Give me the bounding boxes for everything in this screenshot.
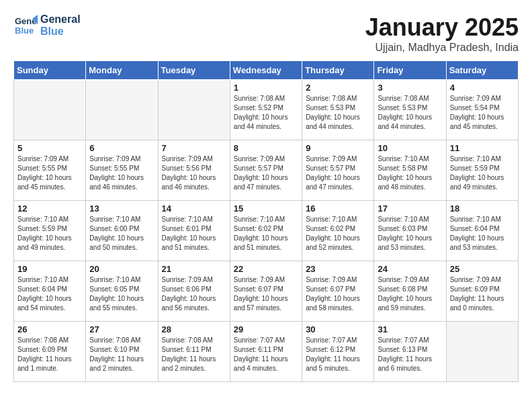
calendar-day-cell: 21 Sunrise: 7:09 AM Sunset: 6:06 PM Dayl…: [158, 261, 230, 322]
day-info: Sunrise: 7:09 AM Sunset: 5:55 PM Dayligh…: [89, 154, 154, 192]
logo-icon: General Blue: [13, 13, 38, 38]
day-number: 31: [378, 324, 442, 334]
day-number: 25: [450, 264, 515, 274]
calendar-day-cell: 6 Sunrise: 7:09 AM Sunset: 5:55 PM Dayli…: [86, 140, 158, 201]
day-number: 5: [17, 143, 82, 153]
calendar-week-row: 19 Sunrise: 7:10 AM Sunset: 6:04 PM Dayl…: [14, 261, 519, 322]
day-number: 23: [306, 264, 370, 274]
day-number: 28: [162, 324, 226, 334]
weekday-header: Wednesday: [230, 61, 302, 80]
day-number: 21: [162, 264, 226, 274]
calendar-week-row: 1 Sunrise: 7:08 AM Sunset: 5:52 PM Dayli…: [14, 80, 519, 140]
day-info: Sunrise: 7:09 AM Sunset: 5:57 PM Dayligh…: [306, 154, 370, 192]
weekday-header-row: SundayMondayTuesdayWednesdayThursdayFrid…: [14, 61, 519, 80]
calendar-day-cell: 11 Sunrise: 7:10 AM Sunset: 5:59 PM Dayl…: [446, 140, 518, 201]
logo-line2: Blue: [40, 26, 81, 38]
day-info: Sunrise: 7:09 AM Sunset: 6:09 PM Dayligh…: [450, 275, 515, 313]
day-info: Sunrise: 7:09 AM Sunset: 5:55 PM Dayligh…: [17, 154, 82, 192]
day-info: Sunrise: 7:10 AM Sunset: 5:59 PM Dayligh…: [450, 154, 515, 192]
day-info: Sunrise: 7:08 AM Sunset: 6:11 PM Dayligh…: [162, 336, 226, 373]
day-number: 3: [378, 83, 442, 93]
day-number: 9: [306, 143, 370, 153]
day-number: 4: [450, 83, 515, 93]
calendar-day-cell: [14, 80, 86, 140]
calendar-day-cell: 25 Sunrise: 7:09 AM Sunset: 6:09 PM Dayl…: [446, 261, 518, 322]
day-info: Sunrise: 7:10 AM Sunset: 6:04 PM Dayligh…: [17, 275, 82, 313]
day-number: 2: [306, 83, 370, 93]
day-info: Sunrise: 7:08 AM Sunset: 5:53 PM Dayligh…: [306, 94, 370, 132]
day-number: 22: [234, 264, 298, 274]
day-info: Sunrise: 7:07 AM Sunset: 6:12 PM Dayligh…: [306, 336, 370, 373]
calendar-day-cell: 17 Sunrise: 7:10 AM Sunset: 6:03 PM Dayl…: [374, 201, 446, 261]
day-number: 27: [89, 324, 154, 334]
day-info: Sunrise: 7:10 AM Sunset: 6:01 PM Dayligh…: [162, 215, 226, 253]
day-info: Sunrise: 7:07 AM Sunset: 6:11 PM Dayligh…: [234, 336, 298, 373]
day-info: Sunrise: 7:09 AM Sunset: 5:57 PM Dayligh…: [234, 154, 298, 192]
day-info: Sunrise: 7:10 AM Sunset: 6:05 PM Dayligh…: [89, 275, 154, 313]
day-info: Sunrise: 7:09 AM Sunset: 6:07 PM Dayligh…: [234, 275, 298, 313]
page-header: General Blue General Blue January 2025 U…: [13, 13, 519, 54]
calendar-day-cell: 1 Sunrise: 7:08 AM Sunset: 5:52 PM Dayli…: [230, 80, 302, 140]
logo: General Blue General Blue: [13, 13, 81, 38]
day-info: Sunrise: 7:10 AM Sunset: 5:58 PM Dayligh…: [378, 154, 442, 192]
calendar-day-cell: 27 Sunrise: 7:08 AM Sunset: 6:10 PM Dayl…: [86, 322, 158, 382]
month-title: January 2025: [365, 13, 519, 42]
calendar-day-cell: 22 Sunrise: 7:09 AM Sunset: 6:07 PM Dayl…: [230, 261, 302, 322]
day-number: 6: [89, 143, 154, 153]
calendar-day-cell: 13 Sunrise: 7:10 AM Sunset: 6:00 PM Dayl…: [86, 201, 158, 261]
day-info: Sunrise: 7:08 AM Sunset: 5:53 PM Dayligh…: [378, 94, 442, 132]
calendar-day-cell: 5 Sunrise: 7:09 AM Sunset: 5:55 PM Dayli…: [14, 140, 86, 201]
day-info: Sunrise: 7:08 AM Sunset: 6:09 PM Dayligh…: [17, 336, 82, 373]
calendar-day-cell: 10 Sunrise: 7:10 AM Sunset: 5:58 PM Dayl…: [374, 140, 446, 201]
calendar-day-cell: 31 Sunrise: 7:07 AM Sunset: 6:13 PM Dayl…: [374, 322, 446, 382]
day-number: 7: [162, 143, 226, 153]
calendar-day-cell: 18 Sunrise: 7:10 AM Sunset: 6:04 PM Dayl…: [446, 201, 518, 261]
calendar-day-cell: 23 Sunrise: 7:09 AM Sunset: 6:07 PM Dayl…: [302, 261, 374, 322]
day-number: 19: [17, 264, 82, 274]
day-number: 1: [234, 83, 298, 93]
calendar-day-cell: 24 Sunrise: 7:09 AM Sunset: 6:08 PM Dayl…: [374, 261, 446, 322]
calendar-week-row: 12 Sunrise: 7:10 AM Sunset: 5:59 PM Dayl…: [14, 201, 519, 261]
day-info: Sunrise: 7:10 AM Sunset: 6:02 PM Dayligh…: [234, 215, 298, 253]
day-number: 29: [234, 324, 298, 334]
calendar-day-cell: 28 Sunrise: 7:08 AM Sunset: 6:11 PM Dayl…: [158, 322, 230, 382]
calendar-day-cell: 29 Sunrise: 7:07 AM Sunset: 6:11 PM Dayl…: [230, 322, 302, 382]
svg-text:Blue: Blue: [15, 26, 34, 36]
calendar-day-cell: 2 Sunrise: 7:08 AM Sunset: 5:53 PM Dayli…: [302, 80, 374, 140]
title-block: January 2025 Ujjain, Madhya Pradesh, Ind…: [365, 13, 519, 54]
day-info: Sunrise: 7:10 AM Sunset: 6:04 PM Dayligh…: [450, 215, 515, 253]
day-number: 8: [234, 143, 298, 153]
day-number: 15: [234, 203, 298, 214]
calendar-day-cell: 4 Sunrise: 7:09 AM Sunset: 5:54 PM Dayli…: [446, 80, 518, 140]
weekday-header: Monday: [86, 61, 158, 80]
calendar-day-cell: 12 Sunrise: 7:10 AM Sunset: 5:59 PM Dayl…: [14, 201, 86, 261]
day-number: 20: [89, 264, 154, 274]
calendar-day-cell: 26 Sunrise: 7:08 AM Sunset: 6:09 PM Dayl…: [14, 322, 86, 382]
day-info: Sunrise: 7:10 AM Sunset: 5:59 PM Dayligh…: [17, 215, 82, 253]
day-number: 13: [89, 203, 154, 214]
calendar-day-cell: 8 Sunrise: 7:09 AM Sunset: 5:57 PM Dayli…: [230, 140, 302, 201]
calendar-day-cell: [86, 80, 158, 140]
calendar-day-cell: 3 Sunrise: 7:08 AM Sunset: 5:53 PM Dayli…: [374, 80, 446, 140]
day-info: Sunrise: 7:10 AM Sunset: 6:02 PM Dayligh…: [306, 215, 370, 253]
calendar-day-cell: 30 Sunrise: 7:07 AM Sunset: 6:12 PM Dayl…: [302, 322, 374, 382]
weekday-header: Tuesday: [158, 61, 230, 80]
calendar-day-cell: [158, 80, 230, 140]
day-number: 16: [306, 203, 370, 214]
day-info: Sunrise: 7:10 AM Sunset: 6:03 PM Dayligh…: [378, 215, 442, 253]
day-info: Sunrise: 7:09 AM Sunset: 5:54 PM Dayligh…: [450, 94, 515, 132]
weekday-header: Sunday: [14, 61, 86, 80]
day-info: Sunrise: 7:08 AM Sunset: 5:52 PM Dayligh…: [234, 94, 298, 132]
calendar-day-cell: 7 Sunrise: 7:09 AM Sunset: 5:56 PM Dayli…: [158, 140, 230, 201]
calendar-day-cell: 19 Sunrise: 7:10 AM Sunset: 6:04 PM Dayl…: [14, 261, 86, 322]
weekday-header: Saturday: [446, 61, 518, 80]
day-number: 12: [17, 203, 82, 214]
calendar-week-row: 26 Sunrise: 7:08 AM Sunset: 6:09 PM Dayl…: [14, 322, 519, 382]
calendar-day-cell: 16 Sunrise: 7:10 AM Sunset: 6:02 PM Dayl…: [302, 201, 374, 261]
day-info: Sunrise: 7:09 AM Sunset: 6:06 PM Dayligh…: [162, 275, 226, 313]
calendar-day-cell: 15 Sunrise: 7:10 AM Sunset: 6:02 PM Dayl…: [230, 201, 302, 261]
day-number: 24: [378, 264, 442, 274]
calendar-day-cell: 9 Sunrise: 7:09 AM Sunset: 5:57 PM Dayli…: [302, 140, 374, 201]
calendar-day-cell: 14 Sunrise: 7:10 AM Sunset: 6:01 PM Dayl…: [158, 201, 230, 261]
day-number: 11: [450, 143, 515, 153]
